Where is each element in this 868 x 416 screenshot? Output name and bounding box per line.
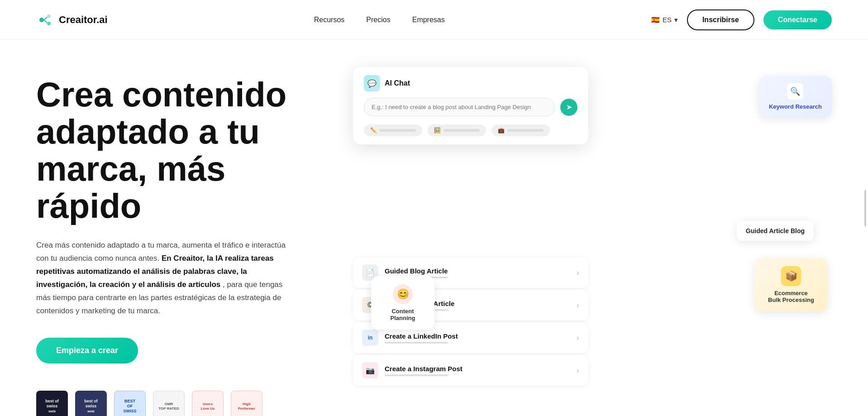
svg-line-3 (44, 17, 47, 20)
lang-code: ES (663, 16, 672, 24)
badge-1: best ofswissweb (36, 391, 68, 416)
svg-point-1 (47, 14, 51, 18)
cta-button[interactable]: Empieza a crear (36, 338, 138, 363)
brand-name: Creaitor.ai (59, 14, 108, 26)
svg-point-0 (39, 18, 44, 22)
ai-chat-input-row: ➤ (353, 91, 588, 124)
ai-chat-input[interactable] (364, 98, 555, 116)
left-section: Crea contenido adaptado a tu marca, más … (36, 67, 317, 416)
content-planning-icon: 😊 (393, 284, 413, 304)
ai-chat-card: 💬 AI Chat ➤ ✏️ 🖼️ 💼 (353, 67, 588, 144)
chevron-right-icon-4: › (577, 366, 579, 375)
ai-chat-header: 💬 AI Chat (353, 67, 588, 91)
right-section: 🔍 Keyword Research 💬 AI Chat ➤ ✏️ (344, 67, 832, 330)
send-icon: ➤ (566, 103, 572, 111)
feature-text-4: Create a Instagram Post (385, 365, 463, 376)
badge-5: UsersLove Us (192, 391, 224, 416)
logo-icon (36, 11, 54, 29)
ecommerce-card[interactable]: 📦 EcommerceBulk Processing (755, 258, 827, 311)
feature-title-3: Create a LinkedIn Post (385, 332, 458, 340)
badge-6: HighPerformer (231, 391, 262, 416)
inscribirse-button[interactable]: Inscribirse (687, 10, 754, 30)
hero-subtitle: Crea más contenido adaptado a tu marca, … (36, 239, 299, 317)
tab-bar-3 (507, 129, 544, 132)
chevron-down-icon: ▾ (674, 16, 678, 24)
scrollbar[interactable] (864, 190, 866, 226)
feature-title-1: Guided Blog Article (385, 267, 448, 275)
nav-empresas[interactable]: Empresas (412, 16, 445, 24)
instagram-icon: 📷 (362, 362, 378, 378)
guided-article-blog-label: Guided Article Blog (746, 227, 805, 234)
tab-bar-2 (444, 129, 480, 132)
ecommerce-label: EcommerceBulk Processing (768, 290, 814, 303)
badge-3: BESTOFSWISS (114, 391, 146, 416)
logo[interactable]: Creaitor.ai (36, 11, 108, 29)
keyword-research-card[interactable]: 🔍 Keyword Research (759, 76, 832, 117)
tab-bar-1 (380, 129, 416, 132)
edit-icon: ✏️ (370, 127, 377, 134)
feature-left-4: 📷 Create a Instagram Post (362, 362, 463, 378)
badges-row: best ofswissweb best ofswissweb BESTOFSW… (36, 391, 317, 416)
guided-article-blog-card[interactable]: Guided Article Blog (737, 221, 814, 241)
linkedin-logo-icon: in (362, 330, 378, 346)
tab-linkedin[interactable]: 💼 (491, 124, 550, 136)
hero-title: Crea contenido adaptado a tu marca, más … (36, 76, 317, 225)
svg-point-2 (47, 22, 51, 25)
send-button[interactable]: ➤ (560, 99, 577, 116)
chevron-right-icon-1: › (577, 268, 579, 277)
feature-text-3: Create a LinkedIn Post (385, 332, 458, 344)
feature-bar-4 (385, 374, 448, 376)
main-content: Crea contenido adaptado a tu marca, más … (0, 40, 868, 416)
linkedin-icon: 💼 (498, 127, 505, 134)
nav-links: Recursos Precios Empresas (314, 16, 445, 24)
navbar: Creaitor.ai Recursos Precios Empresas 🇪🇸… (0, 0, 868, 40)
image-icon: 🖼️ (434, 127, 441, 134)
language-selector[interactable]: 🇪🇸 ES ▾ (651, 16, 678, 24)
svg-line-4 (44, 20, 47, 23)
content-planning-label: Content Planning (381, 308, 424, 321)
ai-chat-tabs: ✏️ 🖼️ 💼 (353, 124, 588, 144)
search-icon: 🔍 (787, 83, 803, 100)
feature-title-4: Create a Instagram Post (385, 365, 463, 373)
tab-edit[interactable]: ✏️ (364, 124, 422, 136)
nav-precios[interactable]: Precios (366, 16, 390, 24)
badge-2: best ofswissweb (75, 391, 107, 416)
tab-image[interactable]: 🖼️ (428, 124, 486, 136)
badge-4: OMRTOP RATED (153, 391, 185, 416)
lang-flag: 🇪🇸 (651, 16, 660, 24)
keyword-research-label: Keyword Research (769, 103, 822, 110)
ecommerce-icon: 📦 (781, 266, 801, 286)
chevron-right-icon-3: › (577, 333, 579, 343)
content-planning-card[interactable]: 😊 Content Planning (371, 276, 434, 330)
feature-instagram[interactable]: 📷 Create a Instagram Post › (353, 355, 588, 386)
nav-right: 🇪🇸 ES ▾ Inscribirse Conectarse (651, 10, 832, 30)
nav-recursos[interactable]: Recursos (314, 16, 345, 24)
conectarse-button[interactable]: Conectarse (763, 10, 832, 29)
feature-bar-3 (385, 342, 448, 344)
chevron-right-icon-2: › (577, 301, 579, 310)
feature-left-3: in Create a LinkedIn Post (362, 330, 458, 346)
ai-chat-title: AI Chat (385, 79, 410, 87)
ai-chat-icon: 💬 (364, 75, 380, 91)
